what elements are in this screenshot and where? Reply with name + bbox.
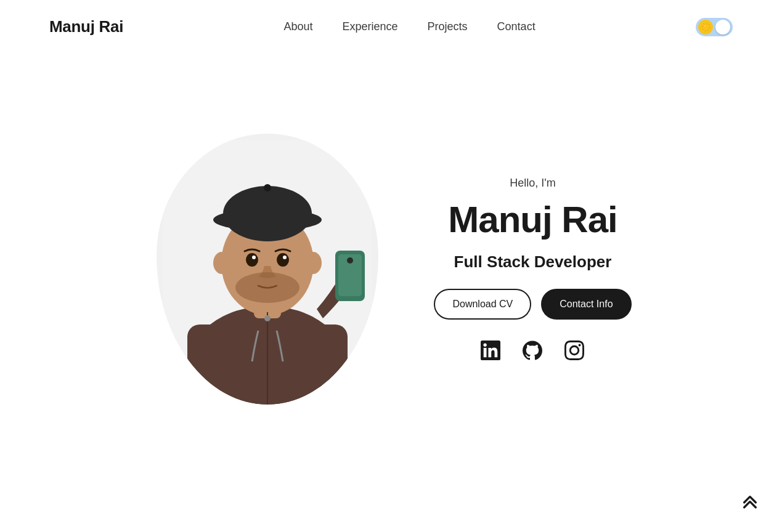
nav-link-about[interactable]: About bbox=[283, 20, 312, 33]
site-logo[interactable]: Manuj Rai bbox=[49, 17, 123, 36]
hero-section: Hello, I'm Manuj Rai Full Stack Develope… bbox=[0, 54, 782, 497]
hero-content: Hello, I'm Manuj Rai Full Stack Develope… bbox=[434, 177, 631, 361]
social-icons bbox=[479, 339, 585, 361]
svg-point-9 bbox=[304, 252, 322, 274]
navbar: Manuj Rai About Experience Projects Cont… bbox=[0, 0, 782, 54]
svg-point-18 bbox=[347, 257, 353, 264]
hero-image-container bbox=[150, 131, 385, 408]
svg-point-11 bbox=[277, 253, 289, 267]
scroll-to-top-button[interactable] bbox=[736, 486, 764, 514]
person-illustration bbox=[163, 140, 372, 405]
nav-link-contact[interactable]: Contact bbox=[497, 20, 536, 33]
linkedin-icon[interactable] bbox=[479, 339, 502, 361]
hero-name: Manuj Rai bbox=[448, 200, 617, 240]
svg-point-8 bbox=[213, 252, 230, 274]
svg-point-10 bbox=[246, 253, 258, 267]
svg-point-20 bbox=[264, 315, 271, 321]
svg-point-12 bbox=[252, 256, 256, 259]
hero-buttons: Download CV Contact Info bbox=[434, 289, 631, 320]
nav-link-experience[interactable]: Experience bbox=[343, 20, 398, 33]
github-icon[interactable] bbox=[521, 339, 544, 361]
toggle-knob bbox=[715, 20, 730, 34]
instagram-icon[interactable] bbox=[563, 339, 585, 361]
nav-links: About Experience Projects Contact bbox=[283, 20, 535, 33]
svg-point-7 bbox=[264, 184, 271, 191]
theme-toggle[interactable]: ☀️ bbox=[696, 18, 733, 36]
contact-info-button[interactable]: Contact Info bbox=[541, 289, 631, 320]
hero-image bbox=[157, 134, 378, 405]
download-cv-button[interactable]: Download CV bbox=[434, 289, 531, 320]
sun-icon: ☀️ bbox=[698, 20, 713, 34]
nav-link-projects[interactable]: Projects bbox=[428, 20, 468, 33]
svg-point-6 bbox=[223, 186, 312, 241]
hero-title: Full Stack Developer bbox=[454, 252, 612, 272]
hero-greeting: Hello, I'm bbox=[510, 177, 555, 190]
chevron-up-double-icon bbox=[740, 490, 760, 510]
svg-point-13 bbox=[283, 256, 287, 259]
